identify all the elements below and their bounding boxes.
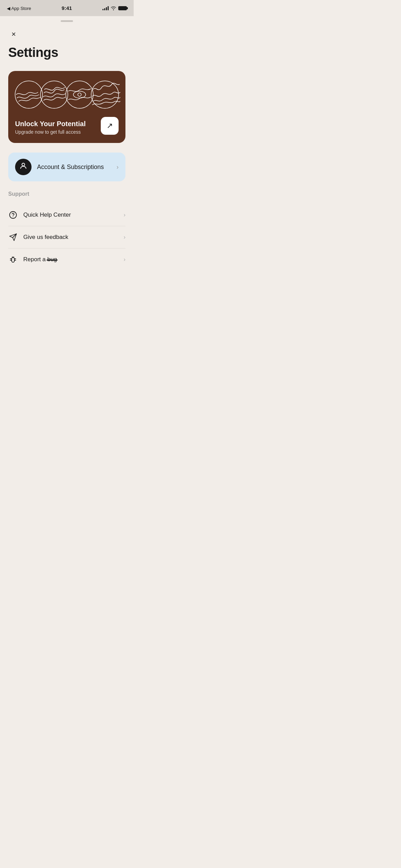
svg-point-2 xyxy=(66,81,93,108)
close-button[interactable]: × xyxy=(8,29,19,40)
status-icons xyxy=(102,6,127,10)
status-back: ◀ App Store xyxy=(7,5,31,11)
report-bug-item[interactable]: Report a bug › xyxy=(8,249,125,270)
support-menu: Quick Help Center › Give us feedback › xyxy=(0,204,134,270)
bug-icon xyxy=(8,255,18,264)
svg-point-5 xyxy=(91,81,119,108)
card-bottom: Unlock Your Potential Upgrade now to get… xyxy=(8,117,125,135)
svg-point-7 xyxy=(10,212,16,218)
settings-sheet: × Settings xyxy=(0,20,134,293)
person-icon xyxy=(19,162,27,172)
upgrade-subheading: Upgrade now to get full access xyxy=(15,129,86,135)
svg-point-6 xyxy=(22,163,25,166)
support-section-label: Support xyxy=(0,191,134,197)
status-time: 9:41 xyxy=(62,5,72,11)
battery-icon xyxy=(118,6,127,10)
card-decoration xyxy=(8,71,125,117)
report-bug-label: Report a bug xyxy=(23,256,124,263)
help-circle-icon xyxy=(8,210,18,220)
feedback-label: Give us feedback xyxy=(23,234,124,241)
back-label: App Store xyxy=(11,6,31,11)
upgrade-arrow-button[interactable]: ↗ xyxy=(101,117,119,135)
wifi-icon xyxy=(111,6,116,10)
feedback-chevron-icon: › xyxy=(124,234,125,240)
help-center-item[interactable]: Quick Help Center › xyxy=(8,204,125,226)
help-center-chevron-icon: › xyxy=(124,212,125,218)
svg-point-0 xyxy=(15,81,42,108)
send-icon xyxy=(8,232,18,242)
account-chevron-icon: › xyxy=(117,164,119,171)
upgrade-heading: Unlock Your Potential xyxy=(15,120,86,128)
arrow-icon: ↗ xyxy=(107,121,113,130)
signal-icon xyxy=(102,6,109,10)
status-bar: ◀ App Store 9:41 xyxy=(0,0,134,16)
feedback-item[interactable]: Give us feedback › xyxy=(8,226,125,249)
page-title: Settings xyxy=(0,45,134,60)
sheet-handle xyxy=(61,20,73,22)
card-text: Unlock Your Potential Upgrade now to get… xyxy=(15,120,86,135)
report-bug-chevron-icon: › xyxy=(124,256,125,263)
close-icon: × xyxy=(12,31,16,38)
account-subscriptions-button[interactable]: Account & Subscriptions › xyxy=(8,153,125,181)
upgrade-card[interactable]: Unlock Your Potential Upgrade now to get… xyxy=(8,71,125,143)
help-center-label: Quick Help Center xyxy=(23,212,124,218)
bug-strikethrough: bug xyxy=(47,256,57,263)
svg-rect-11 xyxy=(12,257,14,262)
account-avatar xyxy=(15,159,32,175)
account-label: Account & Subscriptions xyxy=(37,164,117,171)
svg-point-4 xyxy=(78,93,81,96)
svg-point-3 xyxy=(73,91,86,98)
